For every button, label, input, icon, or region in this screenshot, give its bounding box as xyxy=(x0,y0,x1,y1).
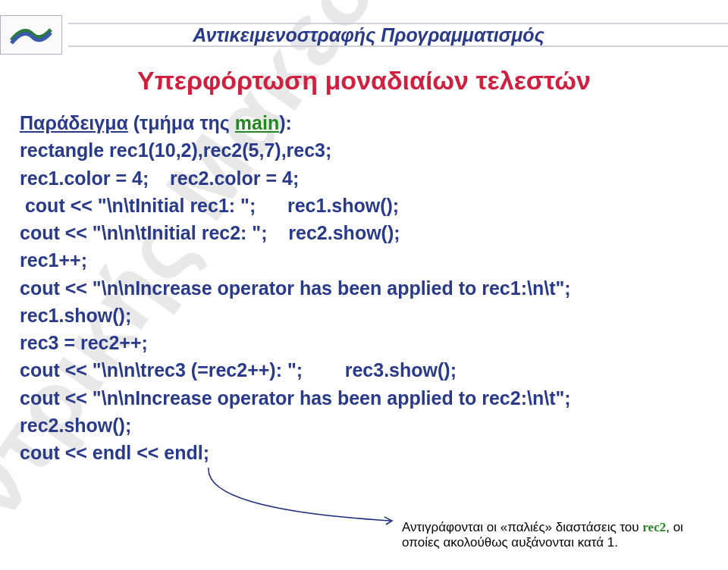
code-block: Παράδειγμα (τμήμα της main): rectangle r… xyxy=(0,109,728,466)
header-title: Αντικειμενοστραφής Προγραμματισμός xyxy=(70,24,728,46)
logo xyxy=(0,15,62,55)
code-line-3: rec1.color = 4; rec2.color = 4; xyxy=(20,164,728,192)
code-line-12: rec2.show(); xyxy=(20,412,728,439)
code-line-9: rec3 = rec2++; xyxy=(20,329,728,356)
header: Αντικειμενοστραφής Προγραμματισμός xyxy=(0,15,728,55)
code-line-4: cout << "\n\tInitial rec1: "; rec1.show(… xyxy=(20,192,728,219)
logo-glyph xyxy=(10,23,52,46)
note-identifier: rec2 xyxy=(642,520,666,534)
code-line-6: rec1++; xyxy=(20,246,728,274)
code-line-11: cout << "\n\nIncrease operator has been … xyxy=(20,384,728,412)
arrow-annotation xyxy=(201,464,398,532)
section-title: Υπερφόρτωση μοναδιαίων τελεστών xyxy=(0,66,728,96)
code-line-1: Παράδειγμα (τμήμα της main): xyxy=(20,109,728,136)
code-line-8: rec1.show(); xyxy=(20,302,728,329)
code-line-13: cout << endl << endl; xyxy=(20,439,728,466)
code-line-2: rectangle rec1(10,2),rec2(5,7),rec3; xyxy=(20,136,728,164)
code-line-10: cout << "\n\n\trec3 (=rec2++): "; rec3.s… xyxy=(20,356,728,384)
code-line-5: cout << "\n\n\tInitial rec2: "; rec2.sho… xyxy=(20,219,728,246)
code-line-7: cout << "\n\nIncrease operator has been … xyxy=(20,274,728,302)
annotation-note: Αντιγράφονται οι «παλιές» διαστάσεις του… xyxy=(402,520,705,550)
note-text-1: Αντιγράφονται οι «παλιές» διαστάσεις του xyxy=(402,520,642,534)
